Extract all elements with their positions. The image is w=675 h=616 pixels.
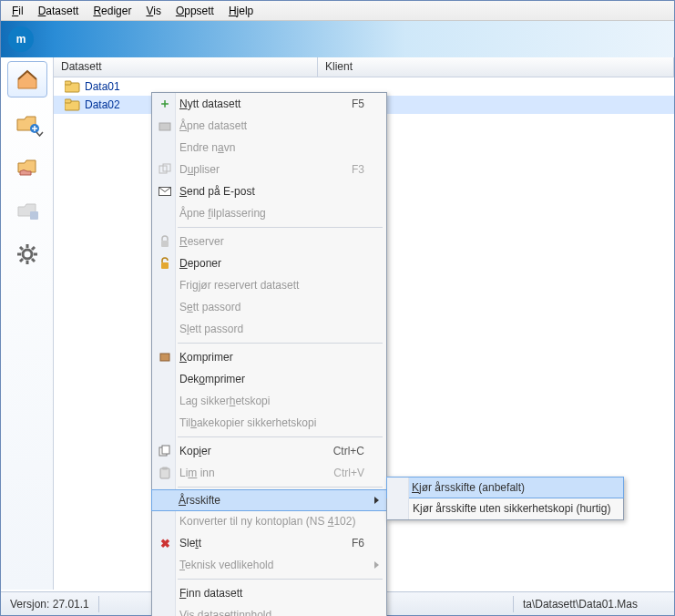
- delete-icon: ✖: [158, 536, 172, 550]
- main-window: Fil Datasett Rediger Vis Oppsett Hjelp m: [0, 0, 675, 616]
- folder-save-icon: [15, 200, 40, 221]
- menu-item-kopier[interactable]: Kopier Ctrl+C: [152, 440, 386, 462]
- unlock-icon: [158, 256, 172, 271]
- row-label: Data01: [85, 80, 120, 93]
- context-menu: ＋ Nytt datasett F5 Åpne datasett Endre n…: [151, 92, 387, 616]
- menu-file[interactable]: Fil: [5, 3, 31, 19]
- submenu-arsskifte: Kjør årsskifte (anbefalt) Kjør årsskifte…: [386, 477, 624, 520]
- toolbar-settings-button[interactable]: [7, 236, 47, 272]
- submenu-arrow-icon: [374, 561, 379, 569]
- lock-icon: [158, 234, 172, 249]
- menu-item-dekomprimer[interactable]: Dekomprimer: [152, 368, 386, 390]
- app-logo-icon: m: [8, 26, 34, 52]
- menu-separator: [178, 343, 383, 344]
- logo-bar: m: [1, 21, 674, 57]
- gear-icon: [15, 242, 39, 266]
- home-icon: [15, 68, 40, 90]
- svg-line-10: [20, 259, 23, 262]
- left-toolbar: [1, 57, 54, 590]
- shortcut-label: Ctrl+V: [333, 467, 364, 479]
- menu-item-apne-filplassering: Åpne filplassering: [152, 202, 386, 224]
- shortcut-label: Ctrl+C: [333, 445, 364, 457]
- submenu-item-hurtig[interactable]: Kjør årsskifte uten sikkerhetskopi (hurt…: [387, 498, 623, 519]
- svg-rect-20: [161, 262, 169, 269]
- status-path: ta\Datasett\Data01.Mas: [513, 596, 647, 612]
- open-icon: [158, 118, 172, 133]
- menu-icon-gutter: [387, 477, 409, 519]
- menu-separator: [178, 227, 383, 228]
- menu-separator: [178, 579, 383, 580]
- shortcut-label: F6: [352, 537, 364, 549]
- menu-item-endre-navn: Endre navn: [152, 137, 386, 159]
- plus-icon: ＋: [158, 97, 172, 111]
- column-header-klient[interactable]: Klient: [318, 57, 674, 77]
- svg-rect-12: [65, 81, 71, 85]
- svg-rect-15: [159, 123, 170, 130]
- menu-item-deponer[interactable]: Deponer: [152, 252, 386, 274]
- toolbar-folder-button[interactable]: [7, 149, 47, 185]
- chevron-down-icon: [36, 131, 44, 137]
- submenu-arrow-icon: [374, 497, 379, 504]
- svg-rect-21: [160, 354, 169, 361]
- menubar: Fil Datasett Rediger Vis Oppsett Hjelp: [1, 1, 674, 21]
- menu-item-dupliser: Dupliser F3: [152, 159, 386, 180]
- compress-icon: [158, 350, 172, 364]
- dataset-folder-icon: [65, 98, 79, 111]
- toolbar-save-button[interactable]: [7, 192, 47, 229]
- menu-item-slett-passord: Slett passord: [152, 318, 386, 340]
- mail-icon: [158, 184, 172, 199]
- grid-header: Datasett Klient: [54, 57, 674, 77]
- menu-item-lag-sikkerhetskopi: Lag sikkerhetskopi: [152, 390, 386, 412]
- menu-item-arsskifte[interactable]: Årsskifte: [151, 489, 387, 511]
- menu-item-apne-datasett: Åpne datasett: [152, 115, 386, 137]
- menu-datasett[interactable]: Datasett: [31, 3, 87, 19]
- menu-item-lim-inn: Lim inn Ctrl+V: [152, 462, 386, 484]
- svg-line-8: [32, 259, 35, 262]
- submenu-item-anbefalt[interactable]: Kjør årsskifte (anbefalt): [386, 477, 624, 498]
- menu-item-nytt-datasett[interactable]: ＋ Nytt datasett F5: [152, 93, 386, 115]
- folder-hand-icon: [15, 156, 40, 178]
- svg-rect-1: [30, 211, 38, 220]
- menu-item-vis-innhold: Vis datasettinnhold: [152, 604, 386, 616]
- column-header-datasett[interactable]: Datasett: [54, 57, 318, 77]
- menu-item-teknisk: Teknisk vedlikehold: [152, 554, 386, 576]
- menu-item-finn-datasett[interactable]: Finn datasett: [152, 582, 386, 604]
- svg-rect-19: [161, 241, 169, 247]
- svg-line-9: [32, 247, 35, 250]
- svg-rect-23: [162, 446, 169, 454]
- svg-point-2: [23, 250, 32, 259]
- menu-rediger[interactable]: Rediger: [86, 3, 138, 19]
- menu-item-slett[interactable]: ✖ Slett F6: [152, 532, 386, 554]
- status-version: Versjon: 27.01.1: [1, 596, 99, 612]
- svg-rect-25: [162, 467, 168, 470]
- toolbar-home-button[interactable]: [7, 61, 47, 98]
- dataset-folder-icon: [65, 80, 79, 93]
- toolbar-open-button[interactable]: [7, 105, 47, 141]
- row-label: Data02: [85, 98, 120, 111]
- menu-item-konverter: Konverter til ny kontoplan (NS 4102): [152, 510, 386, 532]
- menu-oppsett[interactable]: Oppsett: [169, 3, 221, 19]
- menu-vis[interactable]: Vis: [138, 3, 168, 19]
- svg-rect-14: [65, 99, 71, 103]
- shortcut-label: F3: [352, 163, 364, 176]
- shortcut-label: F5: [352, 98, 364, 110]
- menu-item-send-epost[interactable]: Send på E-post: [152, 180, 386, 202]
- menu-item-sett-passord: Sett passord: [152, 296, 386, 318]
- svg-rect-24: [160, 468, 169, 478]
- copy-icon: [158, 444, 172, 458]
- menu-separator: [178, 487, 383, 488]
- menu-item-komprimer[interactable]: Komprimer: [152, 346, 386, 368]
- svg-line-7: [20, 247, 23, 250]
- menu-item-tilbakekopier: Tilbakekopier sikkerhetskopi: [152, 412, 386, 434]
- menu-separator: [178, 436, 383, 437]
- duplicate-icon: [158, 162, 172, 177]
- menu-item-reserver: Reserver: [152, 231, 386, 252]
- menu-item-frigjor: Frigjør reservert datasett: [152, 274, 386, 296]
- menu-hjelp[interactable]: Hjelp: [221, 3, 261, 19]
- paste-icon: [158, 466, 172, 480]
